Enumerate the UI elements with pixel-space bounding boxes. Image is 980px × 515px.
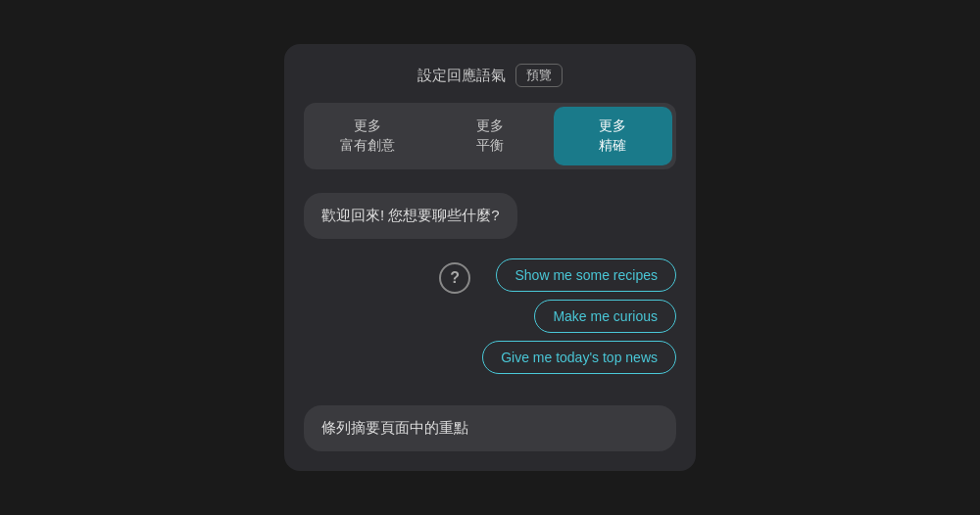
- suggestion-btn-curious[interactable]: Make me curious: [534, 300, 676, 333]
- app-container: 設定回應語氣 預覽 更多富有創意 更多平衡 更多精確 歡迎回來! 您想要聊些什麼…: [284, 44, 696, 470]
- preview-button[interactable]: 預覽: [515, 64, 563, 87]
- tone-btn-creative[interactable]: 更多富有創意: [308, 107, 426, 164]
- welcome-bubble: 歡迎回來! 您想要聊些什麼?: [304, 193, 517, 239]
- tone-btn-balanced[interactable]: 更多平衡: [430, 107, 549, 164]
- tone-btn-precise[interactable]: 更多精確: [554, 107, 672, 164]
- suggestion-btn-news[interactable]: Give me today's top news: [482, 341, 676, 374]
- suggestion-buttons: Show me some recipes Make me curious Giv…: [482, 258, 676, 374]
- question-icon: ?: [439, 262, 470, 294]
- tone-selector: 更多富有創意 更多平衡 更多精確: [304, 103, 676, 168]
- chat-area: 歡迎回來! 您想要聊些什麼? ? Show me some recipes Ma…: [304, 193, 676, 451]
- suggestion-btn-recipes[interactable]: Show me some recipes: [496, 258, 676, 292]
- bottom-bubble: 條列摘要頁面中的重點: [304, 405, 676, 451]
- header: 設定回應語氣 預覽: [304, 64, 676, 87]
- suggestions-section: ? Show me some recipes Make me curious G…: [304, 258, 676, 374]
- header-title: 設定回應語氣: [417, 67, 506, 85]
